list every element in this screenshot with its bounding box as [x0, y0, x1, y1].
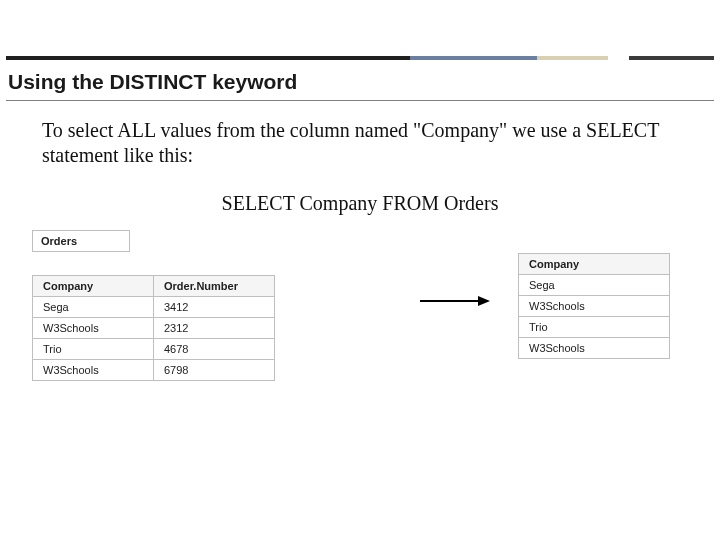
decorative-top-rule: [6, 56, 714, 60]
cell: Sega: [33, 297, 154, 318]
result-table: Company Sega W3Schools Trio W3Schools: [518, 253, 670, 359]
cell: 2312: [154, 318, 275, 339]
body-paragraph: To select ALL values from the column nam…: [42, 118, 680, 168]
table-row: W3Schools: [519, 296, 670, 317]
table-row: Trio 4678: [33, 339, 275, 360]
table-row: W3Schools 2312: [33, 318, 275, 339]
cell: Trio: [519, 317, 670, 338]
cell: 4678: [154, 339, 275, 360]
sql-statement: SELECT Company FROM Orders: [0, 192, 720, 215]
title-underline: [6, 100, 714, 101]
cell: Sega: [519, 275, 670, 296]
result-col-company: Company: [519, 254, 670, 275]
table-row: Trio: [519, 317, 670, 338]
cell: 6798: [154, 360, 275, 381]
page-title: Using the DISTINCT keyword: [8, 70, 297, 94]
orders-table: Company Order.Number Sega 3412 W3Schools…: [32, 275, 275, 381]
cell: W3Schools: [519, 338, 670, 359]
arrow-icon: [420, 295, 490, 307]
cell: 3412: [154, 297, 275, 318]
table-row: W3Schools: [519, 338, 670, 359]
cell: W3Schools: [33, 318, 154, 339]
cell: W3Schools: [33, 360, 154, 381]
orders-col-ordernumber: Order.Number: [154, 276, 275, 297]
table-row: Sega: [519, 275, 670, 296]
cell: Trio: [33, 339, 154, 360]
table-row: Sega 3412: [33, 297, 275, 318]
table-row: W3Schools 6798: [33, 360, 275, 381]
orders-table-label: Orders: [32, 230, 130, 252]
orders-col-company: Company: [33, 276, 154, 297]
cell: W3Schools: [519, 296, 670, 317]
svg-marker-1: [478, 296, 490, 306]
